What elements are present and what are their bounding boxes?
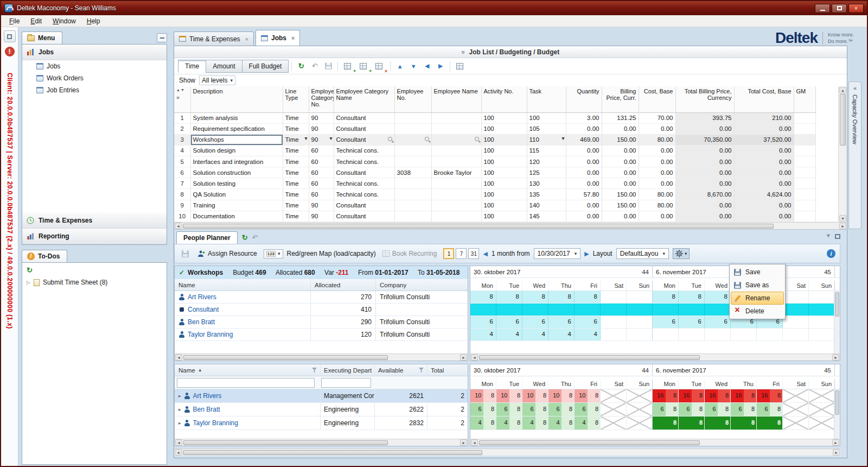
allocation-cell[interactable] bbox=[601, 329, 627, 340]
employee-name-cell[interactable] bbox=[431, 145, 481, 156]
scroll-thumb[interactable] bbox=[183, 355, 388, 360]
cost-base-cell[interactable]: 80.00 bbox=[639, 134, 675, 145]
date-picker-dropdown[interactable]: 10/30/2017 ▾ bbox=[534, 248, 581, 259]
column-header[interactable]: GM bbox=[794, 86, 815, 112]
reorder-column-header[interactable]: ▲▼» bbox=[174, 86, 190, 112]
allocation-cell[interactable] bbox=[627, 291, 653, 303]
todo-item[interactable]: ▷ Submit Time Sheet (8) bbox=[25, 277, 163, 287]
expander-icon[interactable]: ▸ bbox=[178, 420, 181, 426]
maximize-button[interactable] bbox=[832, 4, 847, 13]
load-cell[interactable]: 68 bbox=[575, 403, 601, 416]
menu-item[interactable]: Edit bbox=[25, 16, 47, 27]
calendar-vertical-scrollbar[interactable] bbox=[834, 291, 840, 354]
load-cell[interactable]: 168 bbox=[705, 389, 731, 402]
menu-item[interactable]: File bbox=[4, 16, 24, 27]
task-cell[interactable]: 105 bbox=[527, 123, 566, 134]
column-header[interactable]: Total bbox=[427, 364, 468, 376]
quantity-cell[interactable]: 469.00 bbox=[566, 134, 602, 145]
column-header[interactable]: Billing Price, Curr. bbox=[602, 86, 639, 112]
cost-base-cell[interactable]: 0.00 bbox=[639, 123, 675, 134]
allocation-cell[interactable] bbox=[548, 304, 575, 315]
task-cell[interactable]: 135 bbox=[527, 189, 566, 200]
scroll-left-icon[interactable]: ◂ bbox=[471, 354, 478, 361]
tab-time-expenses[interactable]: Time & Expenses × bbox=[174, 31, 254, 46]
expander-icon[interactable]: ▸ bbox=[178, 393, 181, 399]
resource-link[interactable]: Ben Bratt bbox=[188, 318, 215, 326]
scroll-thumb[interactable] bbox=[183, 224, 774, 229]
allocation-cell[interactable]: 6 bbox=[679, 316, 705, 328]
tab-jobs[interactable]: Jobs × bbox=[256, 30, 300, 46]
view-tab[interactable]: Full Budget bbox=[242, 60, 289, 73]
activity-no-cell[interactable]: 100 bbox=[481, 145, 527, 156]
load-cell[interactable] bbox=[627, 416, 653, 430]
allocation-cell[interactable]: 8 bbox=[653, 291, 679, 303]
employee-category-no-cell[interactable]: 90 bbox=[309, 112, 334, 123]
quantity-cell[interactable]: 0.00 bbox=[566, 178, 602, 189]
employee-no-cell[interactable] bbox=[394, 178, 431, 189]
load-cell[interactable]: 108 bbox=[548, 389, 575, 402]
collapse-sidebar-button[interactable] bbox=[157, 33, 167, 42]
load-cell[interactable] bbox=[809, 416, 835, 430]
quantity-cell[interactable]: 0.00 bbox=[566, 211, 602, 222]
column-header[interactable]: Employee Category No. bbox=[309, 86, 334, 112]
load-cell[interactable]: 168 bbox=[679, 389, 705, 402]
task-cell[interactable]: 125 bbox=[527, 167, 566, 178]
show-levels-dropdown[interactable]: All levels ▾ bbox=[199, 75, 235, 85]
allocation-cell[interactable] bbox=[809, 304, 835, 315]
quantity-cell[interactable]: 0.00 bbox=[566, 123, 602, 134]
load-cell[interactable]: 68 bbox=[653, 403, 679, 416]
budget-horizontal-scrollbar[interactable]: ◂ ▸ bbox=[174, 222, 847, 229]
undo-button[interactable]: ↶ bbox=[309, 61, 321, 72]
close-tab-icon[interactable]: × bbox=[245, 36, 248, 42]
employee-no-cell[interactable] bbox=[394, 200, 431, 211]
collapse-planner-icon[interactable]: ▾ bbox=[826, 231, 830, 239]
budget-row[interactable]: 9 Training Time 90 Consultant 100 140 0.… bbox=[174, 200, 815, 211]
calendar-vertical-scrollbar[interactable] bbox=[834, 389, 840, 439]
employee-category-no-cell[interactable]: 60 bbox=[309, 178, 334, 189]
employee-category-no-cell[interactable]: 90 bbox=[309, 200, 334, 211]
column-header[interactable]: Company bbox=[375, 279, 468, 291]
allocation-cell[interactable]: 8 bbox=[496, 291, 522, 303]
scroll-right-icon[interactable]: ▸ bbox=[832, 439, 839, 446]
column-header[interactable]: Available bbox=[374, 364, 427, 376]
allocation-cell[interactable] bbox=[783, 329, 809, 340]
load-cell[interactable] bbox=[601, 389, 627, 402]
allocation-cell[interactable]: 8 bbox=[679, 291, 705, 303]
allocation-cell[interactable] bbox=[522, 304, 548, 315]
employee-no-cell[interactable] bbox=[394, 134, 431, 145]
breadcrumb[interactable]: » Job List / Budgeting / Budget bbox=[174, 46, 847, 58]
sidebar-group-reporting[interactable]: Reporting bbox=[22, 229, 167, 244]
line-type-cell[interactable]: Time bbox=[283, 134, 309, 145]
move-down-button[interactable]: ▼ bbox=[407, 61, 419, 72]
employee-name-cell[interactable]: Brooke Taylor bbox=[431, 167, 481, 178]
billing-price-cell[interactable]: 131.25 bbox=[602, 112, 639, 123]
view-tab[interactable]: Amount bbox=[206, 60, 242, 73]
employee-no-cell[interactable] bbox=[394, 145, 431, 156]
scroll-left-icon[interactable]: ◂ bbox=[471, 439, 478, 446]
allocation-cell[interactable]: 8 bbox=[522, 291, 548, 303]
load-cell[interactable]: 48 bbox=[575, 416, 601, 430]
billing-price-cell[interactable]: 0.00 bbox=[602, 123, 639, 134]
column-header[interactable]: Name▲ bbox=[175, 367, 320, 374]
billing-price-cell[interactable]: 0.00 bbox=[602, 167, 639, 178]
activity-no-cell[interactable]: 100 bbox=[481, 156, 527, 167]
line-type-cell[interactable]: Time bbox=[283, 145, 309, 156]
employee-category-name-cell[interactable]: Consultant bbox=[334, 134, 394, 145]
cost-base-cell[interactable]: 0.00 bbox=[639, 167, 675, 178]
scroll-thumb[interactable] bbox=[479, 440, 700, 445]
allocation-cell[interactable]: 8 bbox=[575, 291, 601, 303]
allocation-grid-scrollbar[interactable]: ◂ ▸ bbox=[175, 354, 468, 361]
filter-icon[interactable] bbox=[312, 368, 317, 373]
scroll-thumb[interactable] bbox=[183, 450, 482, 455]
resource-link[interactable]: Ben Bratt bbox=[193, 406, 220, 413]
delete-line-button[interactable]: × bbox=[373, 61, 385, 72]
allocation-cell[interactable] bbox=[653, 304, 679, 315]
employee-category-name-cell[interactable]: Technical cons. bbox=[334, 178, 394, 189]
context-menu-item[interactable]: Save as bbox=[731, 279, 784, 292]
load-cell[interactable] bbox=[783, 416, 809, 430]
allocation-cell[interactable] bbox=[731, 329, 757, 340]
resource-link[interactable]: Consultant bbox=[188, 306, 219, 313]
scroll-left-icon[interactable]: ◂ bbox=[175, 439, 182, 446]
column-header[interactable]: Allocated bbox=[310, 279, 375, 291]
employee-name-cell[interactable] bbox=[431, 211, 481, 222]
